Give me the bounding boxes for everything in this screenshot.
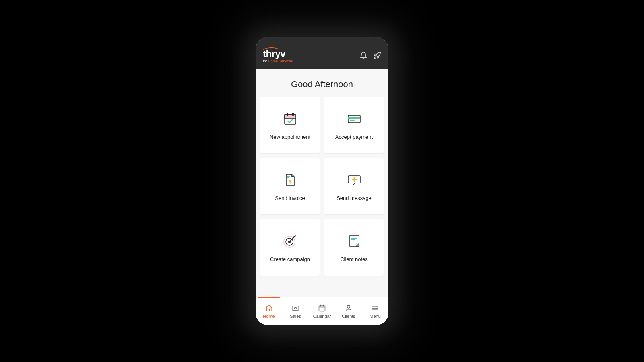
tile-send-message[interactable]: Send message (324, 158, 384, 214)
nav-clients[interactable]: Clients (335, 297, 362, 325)
money-icon (291, 304, 299, 312)
svg-text:$: $ (289, 179, 291, 185)
brand-logo: thryv for Home Services (263, 47, 293, 63)
app-header: thryv for Home Services (256, 37, 388, 69)
nav-label: Sales (290, 314, 301, 319)
tile-client-notes[interactable]: Client notes (324, 219, 384, 276)
brand-subtitle: for Home Services (263, 60, 293, 63)
svg-rect-2 (287, 113, 288, 116)
tile-label: Client notes (340, 256, 368, 262)
tile-send-invoice[interactable]: $ Send invoice (260, 158, 320, 214)
nav-label: Clients (342, 314, 355, 319)
svg-point-19 (295, 307, 296, 309)
greeting-text: Good Afternoon (260, 79, 384, 90)
svg-rect-6 (350, 120, 355, 121)
home-icon (265, 304, 273, 312)
nav-sales[interactable]: Sales (282, 297, 309, 325)
tile-accept-payment[interactable]: Accept payment (324, 97, 384, 153)
credit-card-icon (346, 111, 362, 127)
notes-icon (346, 233, 362, 249)
calendar-icon (318, 304, 326, 312)
svg-rect-20 (319, 306, 325, 311)
user-icon (345, 304, 353, 312)
header-actions (359, 51, 381, 60)
hamburger-icon (371, 304, 379, 312)
phone-frame: thryv for Home Services (256, 37, 388, 325)
tile-new-appointment[interactable]: New appointment (260, 97, 320, 153)
quick-actions-grid: New appointment Accept payment (260, 97, 384, 276)
tile-label: New appointment (270, 134, 310, 140)
nav-label: Menu (369, 314, 381, 319)
svg-rect-5 (348, 117, 360, 119)
target-icon (282, 233, 298, 249)
nav-menu[interactable]: Menu (362, 297, 388, 325)
home-content: Good Afternoon New appointment (256, 69, 388, 297)
bottom-nav: Home Sales Calendar Clients Menu (256, 297, 388, 325)
calendar-check-icon (282, 111, 298, 127)
svg-rect-18 (292, 306, 299, 310)
svg-rect-4 (348, 115, 360, 123)
tile-label: Accept payment (335, 134, 373, 140)
nav-home[interactable]: Home (256, 297, 282, 325)
nav-label: Home (263, 314, 275, 319)
message-plus-icon (346, 172, 362, 188)
nav-label: Calendar (313, 314, 331, 319)
svg-point-24 (347, 305, 350, 308)
brand-word: thryv (263, 49, 293, 59)
svg-rect-3 (292, 113, 294, 116)
invoice-icon: $ (282, 172, 298, 188)
tile-create-campaign[interactable]: Create campaign (260, 219, 320, 276)
tile-label: Send message (336, 195, 372, 201)
svg-rect-1 (285, 115, 296, 118)
rocket-icon[interactable] (373, 51, 381, 60)
notifications-icon[interactable] (359, 51, 367, 60)
nav-calendar[interactable]: Calendar (309, 297, 335, 325)
tile-label: Create campaign (270, 256, 310, 262)
tile-label: Send invoice (275, 195, 305, 201)
